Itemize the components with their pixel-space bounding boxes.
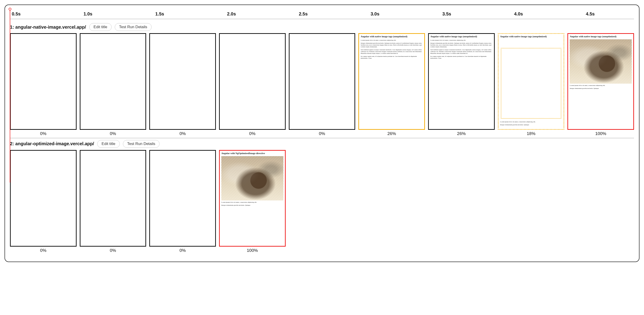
frame-spacer — [568, 150, 634, 253]
tick-8: 4.5s — [586, 11, 595, 16]
thumb-para: In congue sapien sem, id vulputate metus… — [430, 56, 492, 59]
thumbnail[interactable]: Angular with native image tags (unoptimi… — [358, 33, 425, 130]
thumb-content: Angular with native image tags (unoptimi… — [568, 34, 633, 92]
thumbnail[interactable] — [149, 150, 216, 246]
pct-label: 0% — [249, 131, 256, 136]
time-ruler: 0.5s 1.0s 1.5s 2.0s 2.5s 3.0s 3.5s 4.0s … — [10, 9, 634, 19]
pct-label: 0% — [40, 131, 46, 136]
thumb-content: Angular with native image tags (unoptimi… — [429, 34, 494, 62]
test-run-details-button[interactable]: Test Run Details — [123, 140, 160, 148]
frames-row-2: 0% 0% 0% Angular with NgOptimizedImage d… — [10, 150, 634, 255]
thumb-para: Integer elementum gravida molestie. Quis… — [430, 42, 492, 48]
frame-spacer — [498, 150, 564, 253]
thumb-content: Lorem ipsum dolor sit amet, consectetur … — [498, 120, 564, 128]
tick-7: 4.0s — [514, 11, 523, 16]
run-url: angular-optimized-image.vercel.app/ — [15, 141, 94, 146]
pct-label: 0% — [180, 248, 186, 253]
thumb-heading: Angular with native image tags (unoptimi… — [500, 35, 562, 38]
run-header-1: 1: angular-native-image.vercel.app/ Edit… — [10, 23, 634, 31]
dotted-placeholder — [501, 48, 562, 119]
frame: 0% — [10, 33, 76, 136]
thumbnail[interactable]: Angular with native image tags (unoptimi… — [428, 33, 495, 130]
thumbnail[interactable] — [80, 150, 146, 246]
thumb-para: Lorem ipsum dolor sit amet, consectetur … — [221, 201, 283, 203]
thumb-content: Angular with native image tags (unoptimi… — [359, 34, 424, 62]
thumb-content: Angular with native image tags (unoptimi… — [498, 34, 564, 41]
frame: 0% — [80, 33, 146, 136]
thumb-heading: Angular with native image tags (unoptimi… — [570, 35, 632, 38]
frame: 0% — [289, 33, 356, 136]
pct-label: 0% — [40, 248, 46, 253]
thumb-para: Integer elementum gravida molestie. Quis… — [570, 88, 632, 89]
thumb-para: Lorem ipsum dolor sit amet, consectetur … — [361, 39, 423, 41]
thumb-para: Integer elementum gravida molestie. Quis… — [361, 42, 423, 48]
thumb-heading: Angular with NgOptimizedImage directive — [221, 152, 283, 155]
tick-4: 2.5s — [299, 11, 308, 16]
frame: 0% — [219, 33, 286, 136]
thumbnail[interactable] — [10, 33, 76, 130]
run-url: angular-native-image.vercel.app/ — [15, 24, 86, 30]
run-index: 1 — [10, 24, 12, 30]
thumb-para: In congue sapien sem, id vulputate metus… — [361, 56, 423, 59]
frame-spacer — [428, 150, 495, 253]
thumb-para: Lorem ipsum dolor sit amet, consectetur … — [430, 39, 492, 41]
thumbnail[interactable] — [80, 33, 146, 130]
cat-image — [570, 39, 632, 84]
frame: Angular with NgOptimizedImage directive … — [219, 150, 286, 253]
pct-label: 0% — [110, 131, 116, 136]
frames-row-1: 0% 0% 0% 0% 0% Angular with native image… — [10, 33, 634, 138]
pct-label: 100% — [247, 248, 258, 253]
run-index: 2 — [10, 141, 12, 146]
frame: 0% — [149, 150, 216, 253]
frame: Angular with native image tags (unoptimi… — [358, 33, 425, 136]
thumbnail[interactable]: Angular with NgOptimizedImage directive … — [219, 150, 286, 246]
tick-1: 1.0s — [84, 11, 92, 16]
tick-0: 0.5s — [12, 11, 21, 16]
playhead-origin[interactable] — [9, 8, 11, 10]
pct-label: 0% — [319, 131, 325, 136]
run-title: 1: angular-native-image.vercel.app/ — [10, 24, 86, 30]
edit-title-button[interactable]: Edit title — [97, 140, 120, 148]
run-title: 2: angular-optimized-image.vercel.app/ — [10, 141, 94, 146]
pct-label: 26% — [457, 131, 466, 136]
thumbnail[interactable] — [149, 33, 216, 130]
tick-2: 1.5s — [155, 11, 164, 16]
frame-spacer — [358, 150, 425, 253]
thumbnail[interactable]: Angular with native image tags (unoptimi… — [568, 33, 634, 130]
thumb-para: Lorem ipsum dolor sit amet, consectetur … — [570, 84, 632, 86]
pct-label: 26% — [388, 131, 396, 136]
cat-image — [221, 156, 283, 200]
frame: 0% — [80, 150, 146, 253]
pct-label: 18% — [527, 131, 536, 136]
tick-5: 3.0s — [371, 11, 380, 16]
tick-6: 3.5s — [442, 11, 451, 16]
frame-spacer — [289, 150, 356, 253]
thumbnail[interactable] — [10, 150, 76, 246]
thumb-para: Sed eleifend sapien ut neque venenatis h… — [430, 49, 492, 54]
thumbnail[interactable] — [219, 33, 286, 130]
frame: Angular with native image tags (unoptimi… — [568, 33, 634, 136]
tick-3: 2.0s — [227, 11, 236, 16]
pct-label: 0% — [110, 248, 116, 253]
pct-label: 100% — [595, 131, 606, 136]
run-header-2: 2: angular-optimized-image.vercel.app/ E… — [10, 140, 634, 148]
thumb-content: Angular with NgOptimizedImage directive … — [220, 151, 285, 209]
frame: Angular with native image tags (unoptimi… — [498, 33, 564, 136]
thumb-para: Integer elementum gravida molestie. Quis… — [500, 124, 562, 126]
frame: 0% — [10, 150, 76, 253]
thumbnail[interactable]: Angular with native image tags (unoptimi… — [498, 33, 564, 130]
pct-label: 0% — [180, 131, 186, 136]
edit-title-button[interactable]: Edit title — [89, 23, 112, 31]
test-run-details-button[interactable]: Test Run Details — [115, 23, 152, 31]
frame: 0% — [149, 33, 216, 136]
thumb-heading: Angular with native image tags (unoptimi… — [430, 35, 492, 38]
thumbnail[interactable] — [289, 33, 356, 130]
filmstrip-panel: 0.5s 1.0s 1.5s 2.0s 2.5s 3.0s 3.5s 4.0s … — [4, 4, 640, 262]
frame: Angular with native image tags (unoptimi… — [428, 33, 495, 136]
thumb-para: Lorem ipsum dolor sit amet, consectetur … — [500, 121, 562, 123]
thumb-para: Sed eleifend sapien ut neque venenatis h… — [361, 49, 423, 54]
thumb-para: Integer elementum gravida molestie. Quis… — [221, 204, 283, 206]
thumb-heading: Angular with native image tags (unoptimi… — [361, 35, 423, 38]
